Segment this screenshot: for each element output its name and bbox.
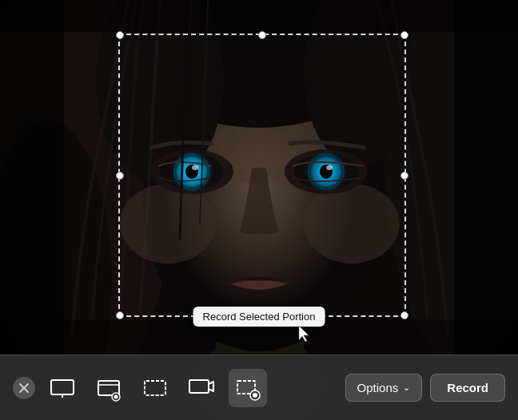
svg-point-55 [253,393,257,398]
chevron-down-icon: ⌄ [403,382,410,393]
options-button[interactable]: Options ⌄ [345,374,423,402]
window-record-icon [94,374,123,402]
window-camera-button[interactable] [182,369,221,407]
screen-record-button[interactable] [43,369,82,407]
close-icon [18,382,30,394]
window-record-button[interactable] [90,369,128,407]
portion-record-button[interactable] [229,369,267,407]
svg-rect-51 [145,381,165,395]
portion-record-icon [233,374,262,402]
close-button[interactable] [13,377,35,399]
toolbar: Options ⌄ Record [0,355,518,420]
svg-point-30 [192,165,198,170]
svg-rect-41 [0,319,518,355]
svg-point-12 [304,184,400,263]
svg-rect-52 [189,380,209,393]
screen-capture-button[interactable] [136,369,174,407]
svg-point-50 [114,394,118,398]
screen-capture-icon [141,374,169,402]
svg-rect-44 [51,380,74,394]
screen-record-icon [48,374,77,402]
svg-rect-40 [0,0,518,32]
svg-point-37 [326,165,333,170]
window-camera-icon [187,374,216,402]
record-button[interactable]: Record [430,374,505,402]
